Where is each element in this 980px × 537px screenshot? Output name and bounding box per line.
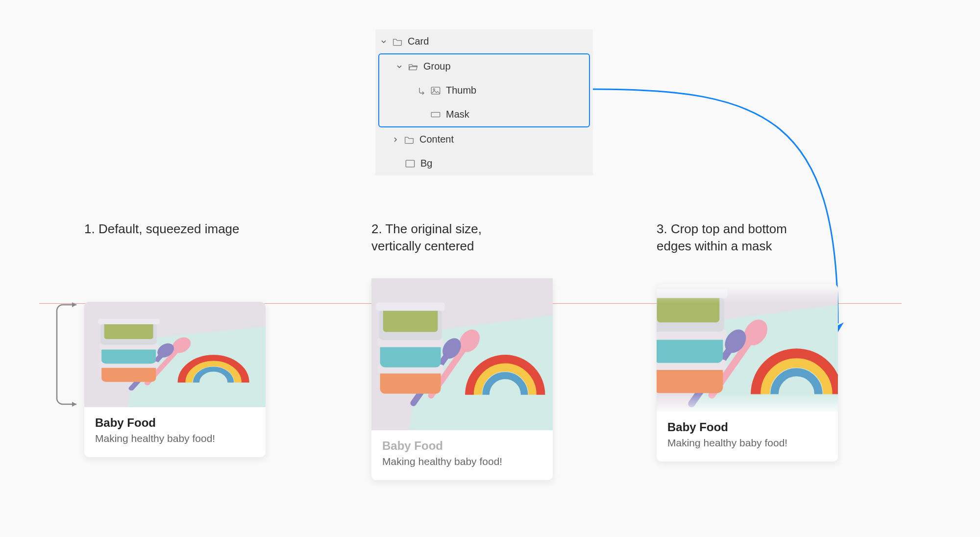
layer-row-group[interactable]: Group xyxy=(379,54,589,78)
card-subtitle: Making healthy baby food! xyxy=(667,437,827,449)
caption-2: 2. The original size, vertically centere… xyxy=(371,220,558,255)
svg-rect-3 xyxy=(406,160,414,167)
card-thumb xyxy=(657,284,838,412)
caption-text: edges within a mask xyxy=(657,239,772,253)
svg-rect-2 xyxy=(431,112,440,117)
layer-label: Group xyxy=(423,61,589,72)
svg-rect-0 xyxy=(431,87,440,94)
card-thumb xyxy=(84,302,266,407)
caption-3: 3. Crop top and bottom edges within a ma… xyxy=(657,220,843,255)
card-thumb xyxy=(371,278,553,430)
chevron-down-icon xyxy=(380,39,387,45)
image-icon xyxy=(430,85,441,96)
thumb-image xyxy=(657,284,838,412)
height-bracket xyxy=(53,302,81,407)
layer-label: Bg xyxy=(420,158,593,169)
layer-label: Thumb xyxy=(446,85,589,96)
rect-icon xyxy=(405,158,416,169)
layer-label: Content xyxy=(419,134,593,145)
thumb-image xyxy=(84,302,266,407)
layer-label: Mask xyxy=(446,109,589,120)
layer-row-bg[interactable]: Bg xyxy=(375,151,593,175)
chevron-right-icon xyxy=(392,137,399,143)
folder-icon xyxy=(392,36,403,47)
card-body: Baby Food Making healthy baby food! xyxy=(657,412,838,462)
layer-selection: Group Thumb Mask xyxy=(378,53,590,127)
layer-row-card[interactable]: Card xyxy=(375,29,593,53)
caption-1: 1. Default, squeezed image xyxy=(84,220,270,238)
card-subtitle: Making healthy baby food! xyxy=(382,456,542,467)
folder-icon xyxy=(404,134,415,145)
caption-text: 1. Default, squeezed image xyxy=(84,221,240,236)
card-subtitle: Making healthy baby food! xyxy=(95,433,255,444)
card-squeezed: Baby Food Making healthy baby food! xyxy=(84,302,266,457)
layer-row-thumb[interactable]: Thumb xyxy=(379,78,589,102)
thumb-image xyxy=(371,278,553,430)
svg-point-1 xyxy=(433,88,435,90)
card-title: Baby Food xyxy=(667,420,827,434)
chevron-down-icon xyxy=(396,64,403,70)
folder-open-icon xyxy=(408,61,418,72)
card-body: Baby Food Making healthy baby food! xyxy=(371,430,553,480)
card-title: Baby Food xyxy=(382,439,542,453)
layers-panel: Card Group Thumb Mask xyxy=(375,29,593,175)
layer-row-mask[interactable]: Mask xyxy=(379,102,589,126)
layer-row-content[interactable]: Content xyxy=(375,127,593,151)
card-title: Baby Food xyxy=(95,416,255,430)
rect-wide-icon xyxy=(430,109,441,120)
card-body: Baby Food Making healthy baby food! xyxy=(84,407,266,457)
caption-text: 2. The original size, xyxy=(371,221,482,236)
layer-label: Card xyxy=(408,36,593,47)
caption-text: vertically centered xyxy=(371,239,474,253)
caption-text: 3. Crop top and bottom xyxy=(657,221,787,236)
card-original: Baby Food Making healthy baby food! xyxy=(371,278,553,480)
card-masked: Baby Food Making healthy baby food! xyxy=(657,284,838,462)
arrow-into-icon xyxy=(417,85,425,96)
